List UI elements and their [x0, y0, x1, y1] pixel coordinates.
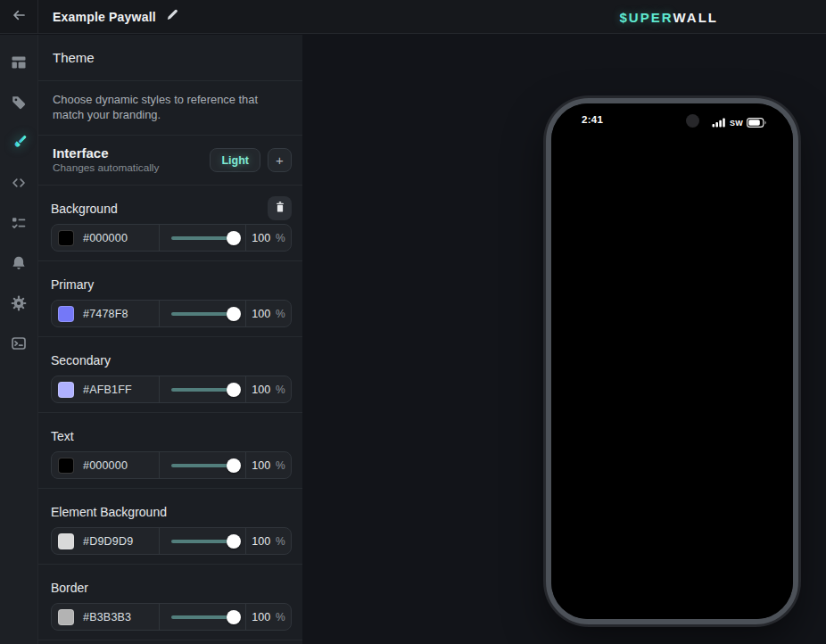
status-time: 2:41 [582, 114, 603, 125]
opacity-value[interactable]: 100 [252, 384, 270, 396]
arrow-left-icon [11, 7, 27, 27]
opacity-slider[interactable] [160, 604, 246, 630]
slider-thumb[interactable] [227, 458, 241, 473]
add-interface-button[interactable]: + [268, 148, 292, 172]
color-row: #B3B3B3 100 % [51, 603, 292, 631]
slider-track[interactable] [171, 540, 234, 543]
slider-thumb[interactable] [227, 383, 241, 397]
opacity-field[interactable]: 100 % [246, 528, 291, 554]
color-row: #D9D9D9 100 % [51, 527, 292, 555]
sidebar-item-theme[interactable] [0, 122, 37, 162]
bell-icon [11, 255, 27, 271]
gear-icon [11, 295, 27, 311]
color-group-primary: Primary #7478F8 100 % [38, 261, 302, 337]
opacity-value[interactable]: 100 [252, 308, 270, 320]
interface-sublabel: Changes automatically [53, 161, 210, 175]
slider-track[interactable] [171, 388, 234, 392]
camera-dot [686, 114, 699, 128]
color-row: #AFB1FF 100 % [51, 376, 292, 403]
signal-icon [712, 115, 726, 131]
opacity-slider[interactable] [160, 301, 246, 326]
percent-sign: % [276, 232, 285, 244]
opacity-field[interactable]: 100 % [246, 452, 291, 478]
sidebar-item-checklist[interactable] [0, 202, 37, 243]
opacity-slider[interactable] [160, 528, 246, 554]
color-hex-value[interactable]: #B3B3B3 [83, 611, 131, 623]
color-hex-field[interactable]: #AFB1FF [52, 376, 160, 402]
sidebar-item-notifications[interactable] [0, 243, 37, 283]
slider-thumb[interactable] [227, 610, 241, 624]
color-row: #000000 100 % [51, 451, 292, 479]
slider-thumb[interactable] [227, 534, 241, 549]
opacity-value[interactable]: 100 [252, 232, 270, 244]
slider-track[interactable] [171, 236, 234, 240]
color-swatch[interactable] [58, 382, 74, 398]
panel-title: Theme [38, 35, 302, 81]
superwall-logo: $UPERWALL [619, 0, 718, 34]
opacity-slider[interactable] [160, 452, 246, 478]
slider-track[interactable] [171, 615, 234, 619]
opacity-field[interactable]: 100 % [246, 376, 291, 402]
opacity-field[interactable]: 100 % [246, 225, 291, 251]
panel-description: Choose dynamic styles to reference that … [38, 81, 302, 136]
color-swatch[interactable] [58, 306, 74, 322]
color-hex-field[interactable]: #D9D9D9 [52, 528, 160, 554]
opacity-field[interactable]: 100 % [246, 604, 291, 630]
edit-title-button[interactable] [165, 8, 178, 25]
interface-label: Interface [53, 145, 210, 161]
opacity-value[interactable]: 100 [252, 611, 270, 623]
top-bar: Example Paywall $UPERWALL [0, 0, 826, 34]
color-swatch[interactable] [58, 533, 74, 549]
sidebar-item-layout[interactable] [0, 42, 37, 82]
interface-mode-button[interactable]: Light [210, 148, 260, 172]
opacity-value[interactable]: 100 [252, 459, 270, 472]
opacity-value[interactable]: 100 [252, 535, 270, 548]
sidebar-item-code[interactable] [0, 162, 37, 202]
paintbrush-icon [11, 134, 28, 151]
phone-mockup: 2:41 SW [546, 98, 798, 624]
color-hex-field[interactable]: #000000 [52, 452, 160, 478]
preview-canvas: 2:41 SW [303, 35, 826, 644]
pencil-icon [165, 8, 178, 25]
sidebar-item-tag[interactable] [0, 82, 37, 122]
logo-accent: $UPER [619, 10, 673, 25]
slider-track[interactable] [171, 464, 234, 467]
percent-sign: % [276, 308, 285, 320]
opacity-slider[interactable] [160, 376, 246, 402]
color-swatch[interactable] [58, 230, 74, 246]
color-hex-value[interactable]: #D9D9D9 [83, 535, 133, 548]
opacity-field[interactable]: 100 % [246, 301, 291, 326]
color-hex-field[interactable]: #7478F8 [52, 301, 160, 326]
color-hex-value[interactable]: #7478F8 [83, 308, 128, 320]
console-icon [11, 335, 27, 351]
opacity-slider[interactable] [160, 225, 246, 251]
sidebar-item-settings[interactable] [0, 283, 37, 323]
color-group-secondary: Secondary #AFB1FF 100 % [38, 337, 302, 413]
color-group-text: Text #000000 100 % [38, 413, 302, 489]
icon-sidebar [0, 35, 38, 644]
carrier-label: SW [730, 119, 743, 128]
color-hex-value[interactable]: #000000 [83, 232, 128, 244]
battery-icon [747, 115, 766, 131]
back-button[interactable] [0, 0, 38, 33]
percent-sign: % [276, 611, 285, 623]
delete-color-button[interactable] [268, 196, 292, 220]
theme-panel: Theme Choose dynamic styles to reference… [38, 35, 302, 644]
slider-thumb[interactable] [227, 307, 241, 321]
color-hex-value[interactable]: #AFB1FF [83, 384, 132, 396]
slider-track[interactable] [171, 312, 234, 316]
color-label: Border [51, 581, 88, 595]
layout-icon [11, 54, 27, 70]
color-hex-value[interactable]: #000000 [83, 459, 128, 472]
color-row: #000000 100 % [51, 224, 292, 252]
color-hex-field[interactable]: #000000 [52, 225, 160, 251]
phone-screen: 2:41 SW [551, 103, 793, 619]
logo-rest: WALL [673, 10, 719, 25]
color-swatch[interactable] [58, 458, 74, 474]
sidebar-item-console[interactable] [0, 323, 37, 363]
color-group-background: Background #000000 100 [38, 186, 302, 261]
color-hex-field[interactable]: #B3B3B3 [52, 604, 160, 630]
slider-thumb[interactable] [227, 231, 241, 245]
color-swatch[interactable] [58, 609, 74, 625]
code-icon [11, 175, 27, 191]
